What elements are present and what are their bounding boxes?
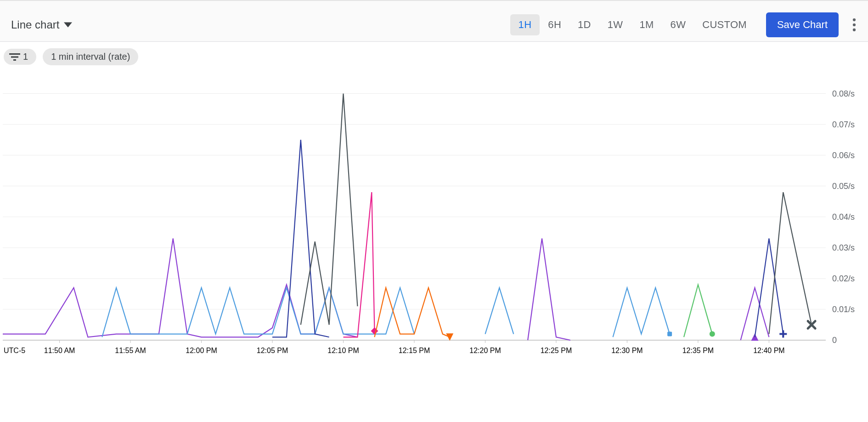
series-line [741,288,769,340]
time-range-selector: 1H6H1D1W1M6WCUSTOM [510,14,755,35]
range-1w[interactable]: 1W [599,14,631,35]
filter-chip[interactable]: 1 [4,49,36,65]
x-tick-label: 11:55 AM [115,347,146,354]
y-tick-label: 0.05/s [832,182,855,191]
svg-rect-4 [11,56,18,57]
series-line [769,192,812,334]
filter-icon [9,53,20,61]
filter-count: 1 [23,51,28,62]
x-tick-label: 12:15 PM [399,347,430,354]
chart-area[interactable]: 00.01/s0.02/s0.03/s0.04/s0.05/s0.06/s0.0… [0,74,868,377]
save-chart-button[interactable]: Save Chart [766,12,839,37]
y-tick-label: 0 [832,336,837,345]
svg-point-2 [853,29,856,31]
caret-down-icon [64,22,72,28]
series-line [684,285,712,337]
svg-rect-3 [9,53,20,55]
svg-point-30 [710,331,715,337]
svg-rect-27 [667,332,672,336]
chart-type-label: Line chart [11,18,59,31]
y-tick-label: 0.07/s [832,120,855,129]
chart-type-selector[interactable]: Line chart [11,18,72,31]
series-line [3,239,357,337]
svg-point-0 [853,18,856,21]
x-tick-label: 12:00 PM [186,347,217,354]
series-line [374,288,450,337]
x-tick-label: 12:10 PM [327,347,359,354]
timezone-label: UTC-5 [4,347,25,354]
y-tick-label: 0.02/s [832,274,855,283]
y-tick-label: 0.01/s [832,305,855,314]
range-custom[interactable]: CUSTOM [694,14,755,35]
y-tick-label: 0.06/s [832,151,855,160]
chip-row: 1 1 min interval (rate) [0,42,868,74]
x-tick-label: 12:25 PM [541,347,572,354]
x-tick-label: 12:30 PM [611,347,643,354]
range-1h[interactable]: 1H [510,14,540,35]
range-6w[interactable]: 6W [662,14,694,35]
chart-toolbar: Line chart 1H6H1D1W1M6WCUSTOM Save Chart [0,8,868,42]
interval-chip[interactable]: 1 min interval (rate) [43,48,138,65]
more-vert-icon [852,18,856,31]
range-1m[interactable]: 1M [631,14,662,35]
svg-point-1 [853,23,856,26]
svg-rect-5 [13,59,16,61]
series-line [613,288,670,337]
range-6h[interactable]: 6H [540,14,569,35]
series-line [301,94,358,325]
series-line [344,192,375,337]
y-tick-label: 0.04/s [832,212,855,222]
series-line [755,239,783,337]
x-tick-label: 12:20 PM [469,347,501,354]
more-options-button[interactable] [850,18,859,32]
y-tick-label: 0.03/s [832,243,855,252]
y-tick-label: 0.08/s [832,89,855,98]
x-tick-label: 12:05 PM [257,347,288,354]
x-tick-label: 11:50 AM [44,347,75,354]
x-tick-label: 12:40 PM [753,347,784,354]
range-1d[interactable]: 1D [569,14,599,35]
x-tick-label: 12:35 PM [682,347,714,354]
series-line [528,239,570,340]
series-line [102,288,414,337]
series-line [485,288,513,334]
